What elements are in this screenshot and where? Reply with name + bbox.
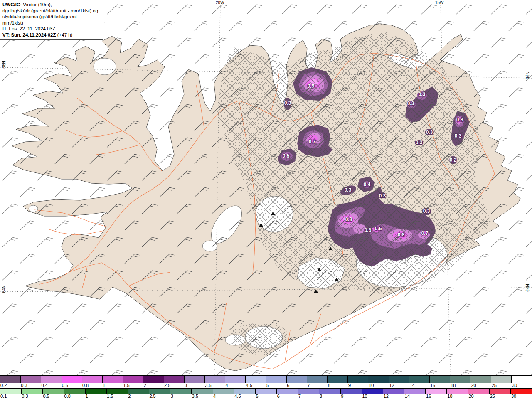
info-line-3: slydda/snjókoma (grátt/bleikt/grænt - mm… [2,14,101,26]
info-line-2: rigning/skúrir (grænt/blátt/rautt - mm/1… [2,8,101,14]
precip-value-label: 0.3 [423,208,430,214]
colorbar-tick-label: 2.5 [149,394,170,399]
colorbar-swatch [409,375,430,383]
colorbar-swatch [389,375,409,383]
colorbar-tick-label: 16 [430,383,450,388]
parallel-label-64n-right: 64N [525,284,530,291]
colorbar-swatch [470,375,491,383]
precip-value-label: 0.3 [407,101,414,106]
colorbar-tick-label: 0.8 [82,383,102,388]
colorbar-label-row: 0.20.30.40.50.811.522.533.544.5567891012… [0,383,532,388]
colorbar-tick-label: 1 [85,394,106,399]
colorbar-swatch [41,375,62,383]
colorbar-swatch [21,375,41,383]
colorbar-tick-label: 2 [128,394,149,399]
colorbar-tick-label: 20 [468,394,489,399]
colorbar-tick-label: 8 [319,394,340,399]
colorbar-swatch [43,388,64,394]
meridian-label-15w: 15W [435,0,444,5]
colorbar-tick-label: 0.3 [20,383,41,388]
colorbar-swatch [383,388,404,394]
precip-value-label: 0.7 [421,230,429,236]
colorbar-swatch [62,375,82,383]
colorbar-tick-label: 2 [143,383,164,388]
colorbar-tick-label: 6 [277,394,298,399]
colorbar-tick-label: 2.5 [164,383,184,388]
colorbar-tick-label: 9 [340,394,362,399]
parallel-label-64n-left: 64N [2,285,6,293]
color-scales: 0.20.30.40.50.811.522.533.544.5567891012… [0,375,532,399]
colorbar-tick-label: 1.5 [123,383,143,388]
info-line-valid-time: VT: Sun. 24.11.2024 02Z (+47 h) [2,32,101,38]
precip-value-label: 0.3 [345,187,352,193]
parallel-label-66n-left: 66N [2,61,6,68]
colorbar-tick-label: 14 [404,394,426,399]
colorbar-swatch [348,375,368,383]
colorbar-tick-label: 1.5 [106,394,128,399]
colorbar-tick-label: 25 [491,383,512,388]
colorbar-swatch [368,375,389,383]
colorbar-swatch [246,375,266,383]
colorbar-tick-label: 3 [170,394,192,399]
colorbar-tick-label: 16 [426,394,447,399]
colorbar-tick-label: 12 [383,394,404,399]
precip-value-label: 0.5 [283,153,290,159]
precip-value-label: 0.2 [450,157,457,163]
colorbar-swatch [164,375,185,383]
colorbar-tick-label: 25 [490,394,511,399]
weather-map-page: 0.90.30.30.30.80.30.30.30.20.70.50.30.40… [0,0,532,399]
colorbar-sleet-snow: 0.20.30.40.50.811.522.533.544.5567891012… [0,375,532,388]
colorbar-swatch [512,375,532,383]
precip-value-label: 0.4 [364,182,371,187]
colorbar-tick-label: 18 [450,383,470,388]
precip-value-label: 0.6 [365,227,372,233]
colorbar-swatch [328,375,348,383]
colorbar-swatch [491,375,512,383]
colorbar-tick-label: 10 [362,394,383,399]
precip-value-label: 0.3 [379,193,386,199]
colorbar-tick-label: 0.5 [62,383,82,388]
map-svg [0,0,532,375]
colorbar-swatch [277,388,298,394]
colorbar-tick-label: 6 [286,383,307,388]
colorbar-swatch [225,375,246,383]
colorbar-swatch [341,388,362,394]
colorbar-tick-label: 7 [307,383,328,388]
colorbar-tick-label: 4 [225,383,246,388]
colorbar-tick-label: 3.5 [192,394,213,399]
colorbar-tick-label: 4.5 [246,383,266,388]
colorbar-swatch [490,388,511,394]
colorbar-swatch [192,388,213,394]
precip-value-label: 0.3 [416,140,423,145]
colorbar-tick-label: 18 [447,394,468,399]
info-box: UWC/IG: Vindur (10m), rigning/skúrir (gr… [0,0,103,40]
colorbar-swatch [447,388,468,394]
colorbar-swatch [123,375,143,383]
colorbar-tick-label: 1 [102,383,123,388]
precip-value-label: 0.8 [456,117,463,123]
colorbar-swatch [0,388,22,394]
colorbar-swatch [319,388,340,394]
precip-value-label: 0.8 [398,232,405,238]
colorbar-swatch [0,375,21,383]
colorbar-swatch [103,375,123,383]
colorbar-swatch [128,388,149,394]
colorbar-tick-label: 0.5 [42,394,64,399]
colorbar-swatch [298,388,319,394]
colorbar-swatch [266,375,286,383]
colorbar-tick-label: 12 [389,383,409,388]
colorbar-swatch [170,388,192,394]
colorbar-swatch-row [0,388,532,394]
colorbar-tick-label: 10 [368,383,389,388]
colorbar-swatch-row [0,375,532,383]
meridian-label-20w: 20W [216,0,224,5]
colorbar-tick-label: 7 [298,394,319,399]
colorbar-swatch [287,375,307,383]
colorbar-tick-label: 4.5 [234,394,255,399]
colorbar-tick-label: 0.8 [64,394,85,399]
colorbar-rain: 0.10.30.50.811.522.533.544.5567891012141… [0,388,532,399]
colorbar-tick-label: 0.4 [41,383,61,388]
precip-value-label: 0.3 [284,100,291,106]
colorbar-label-row: 0.10.30.50.811.522.533.544.5567891012141… [0,394,532,399]
colorbar-swatch [404,388,426,394]
